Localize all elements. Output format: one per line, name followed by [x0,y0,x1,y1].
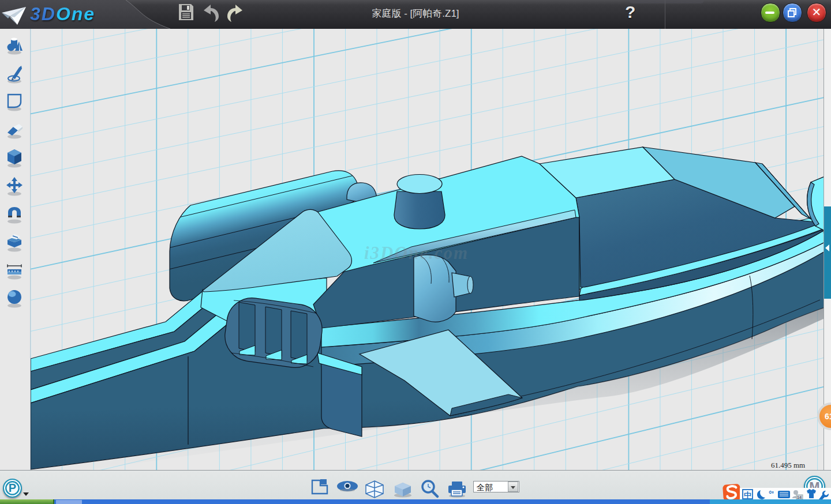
svg-text:14: 14 [797,495,802,499]
svg-text:°': °' [769,490,774,499]
svg-text:中: 中 [744,491,751,499]
svg-text:i3DOne.com: i3DOne.com [364,243,469,263]
